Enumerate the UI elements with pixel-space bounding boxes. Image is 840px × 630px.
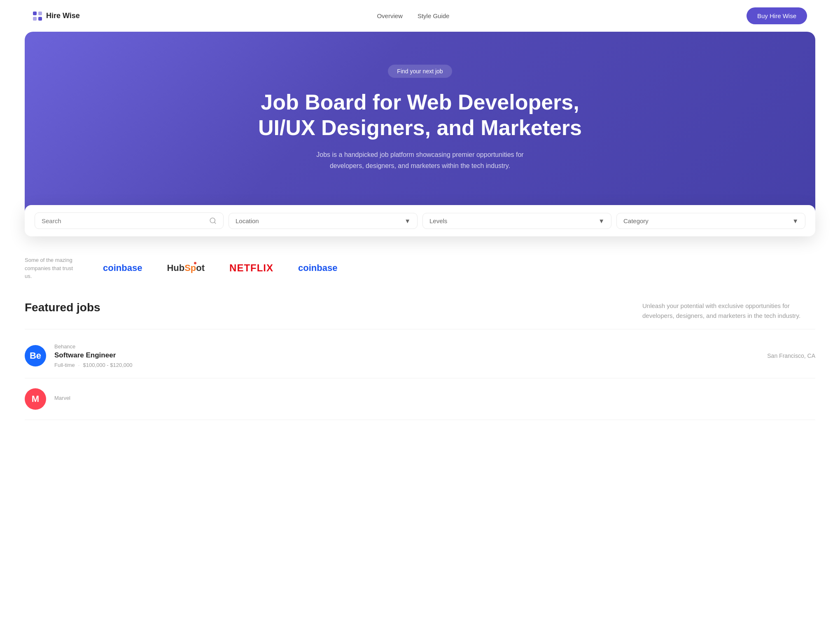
separator: · — [78, 362, 80, 368]
search-bar: Location ▼ Levels ▼ Category ▼ — [25, 205, 815, 236]
job-left: M Marvel — [25, 388, 70, 410]
hero-section: Find your next job Job Board for Web Dev… — [25, 32, 815, 221]
logo-icon — [33, 12, 42, 21]
levels-select[interactable]: Levels ▼ — [422, 213, 611, 229]
svg-rect-0 — [33, 12, 37, 15]
avatar: M — [25, 388, 46, 410]
buy-button[interactable]: Buy Hire Wise — [747, 7, 807, 24]
svg-rect-2 — [33, 17, 37, 21]
logo[interactable]: Hire Wise — [33, 12, 80, 21]
job-title: Software Engineer — [54, 351, 132, 359]
search-input[interactable] — [42, 217, 205, 224]
nav-style-guide[interactable]: Style Guide — [418, 12, 450, 19]
category-select[interactable]: Category ▼ — [616, 213, 805, 229]
featured-section: Featured jobs Unleash your potential wit… — [25, 301, 815, 445]
job-location: San Francisco, CA — [767, 352, 815, 359]
trusted-label: Some of the mazing companies that trust … — [25, 256, 78, 280]
company-name: Behance — [54, 343, 132, 350]
hubspot-logo: HubSpot — [167, 263, 205, 273]
job-item[interactable]: M Marvel — [25, 378, 815, 420]
coinbase-logo-2: coinbase — [298, 263, 337, 273]
job-info: Marvel — [54, 395, 70, 403]
featured-title: Featured jobs — [25, 301, 100, 314]
search-input-wrap[interactable] — [35, 212, 224, 229]
hero-description: Jobs is a handpicked job platform showca… — [309, 149, 531, 171]
featured-description: Unleash your potential with exclusive op… — [642, 301, 815, 321]
search-icon — [209, 217, 217, 224]
chevron-down-icon: ▼ — [404, 217, 411, 224]
job-salary: $100,000 - $120,000 — [83, 362, 132, 368]
search-bar-wrap: Location ▼ Levels ▼ Category ▼ — [25, 205, 815, 236]
trusted-companies: Some of the mazing companies that trust … — [25, 252, 815, 301]
chevron-down-icon: ▼ — [792, 217, 798, 224]
avatar: Be — [25, 345, 46, 366]
svg-rect-1 — [38, 12, 42, 15]
job-info: Behance Software Engineer Full-time · $1… — [54, 343, 132, 368]
company-name: Marvel — [54, 395, 70, 401]
job-meta: Full-time · $100,000 - $120,000 — [54, 362, 132, 368]
job-type: Full-time — [54, 362, 75, 368]
job-left: Be Behance Software Engineer Full-time ·… — [25, 343, 132, 368]
nav-links: Overview Style Guide — [377, 12, 449, 19]
coinbase-logo: coinbase — [103, 263, 142, 273]
nav-overview[interactable]: Overview — [377, 12, 403, 19]
svg-line-5 — [214, 222, 215, 224]
job-item[interactable]: Be Behance Software Engineer Full-time ·… — [25, 334, 815, 378]
netflix-logo: NETFLIX — [229, 262, 273, 274]
hero-title: Job Board for Web Developers,UI/UX Desig… — [41, 89, 799, 141]
hero-badge: Find your next job — [388, 65, 452, 78]
chevron-down-icon: ▼ — [598, 217, 604, 224]
companies-list: coinbase HubSpot NETFLIX coinbase — [103, 262, 337, 274]
featured-header: Featured jobs Unleash your potential wit… — [25, 301, 815, 329]
svg-rect-3 — [38, 17, 42, 21]
logo-text: Hire Wise — [46, 12, 80, 20]
location-select[interactable]: Location ▼ — [229, 213, 418, 229]
navbar: Hire Wise Overview Style Guide Buy Hire … — [0, 0, 840, 32]
